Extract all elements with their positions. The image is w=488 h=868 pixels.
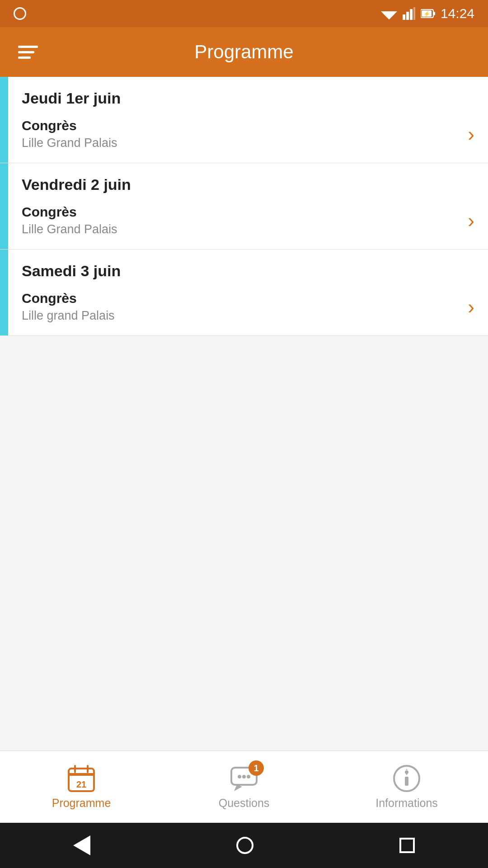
- tab-programme[interactable]: 21 Programme: [0, 764, 163, 810]
- battery-icon: ⚡: [421, 9, 435, 19]
- informations-icon-wrapper: i: [392, 764, 421, 793]
- app-title: Programme: [194, 41, 293, 63]
- empty-content-area: [0, 336, 488, 698]
- day-title-1: Jeudi 1er juin: [22, 90, 474, 107]
- svg-text:21: 21: [76, 779, 86, 789]
- programme-icon-wrapper: 21: [67, 764, 96, 793]
- tab-informations[interactable]: i Informations: [325, 764, 488, 810]
- svg-point-19: [247, 775, 250, 778]
- tab-programme-label: Programme: [52, 797, 111, 810]
- svg-rect-7: [433, 12, 435, 15]
- home-icon: [236, 837, 253, 854]
- day-indicator-2: [0, 163, 8, 249]
- system-nav-bar: [0, 823, 488, 868]
- event-name-2: Congrès: [22, 204, 459, 220]
- day-section-1: Jeudi 1er juin Congrès Lille Grand Palai…: [0, 77, 488, 163]
- svg-marker-1: [384, 14, 394, 19]
- info-icon: i: [392, 764, 421, 793]
- day-section-2: Vendredi 2 juin Congrès Lille Grand Pala…: [0, 163, 488, 250]
- svg-rect-4: [410, 9, 413, 20]
- recents-icon: [399, 838, 415, 853]
- svg-rect-5: [413, 7, 415, 20]
- day-title-2: Vendredi 2 juin: [22, 176, 474, 193]
- day-title-3: Samedi 3 juin: [22, 262, 474, 280]
- home-button[interactable]: [236, 837, 253, 854]
- status-icons: ⚡ 14:24: [381, 6, 474, 21]
- content-area: Jeudi 1er juin Congrès Lille Grand Palai…: [0, 77, 488, 698]
- svg-marker-16: [234, 785, 242, 791]
- app-bar: Programme: [0, 27, 488, 77]
- day-indicator-1: [0, 77, 8, 163]
- tab-questions-label: Questions: [219, 797, 270, 810]
- event-info-3: Congrès Lille grand Palais: [22, 291, 459, 323]
- signal-icon: [403, 7, 415, 20]
- recents-button[interactable]: [399, 838, 415, 853]
- tab-questions[interactable]: 1 Questions: [163, 764, 325, 810]
- svg-rect-11: [69, 773, 94, 776]
- event-info-2: Congrès Lille Grand Palais: [22, 204, 459, 236]
- svg-rect-22: [405, 777, 408, 786]
- wifi-icon: [381, 8, 397, 19]
- event-row-2[interactable]: Congrès Lille Grand Palais ›: [22, 204, 474, 236]
- back-button[interactable]: [73, 835, 90, 855]
- event-location-2: Lille Grand Palais: [22, 222, 459, 236]
- day-indicator-3: [0, 250, 8, 335]
- status-bar: ⚡ 14:24: [0, 0, 488, 27]
- svg-rect-2: [403, 14, 405, 20]
- svg-point-17: [238, 775, 241, 778]
- status-time: 14:24: [441, 6, 474, 21]
- svg-point-23: [405, 770, 408, 774]
- svg-point-18: [242, 775, 246, 778]
- questions-icon-wrapper: 1: [230, 764, 258, 793]
- tab-informations-label: Informations: [375, 797, 438, 810]
- svg-text:⚡: ⚡: [423, 10, 430, 17]
- event-location-1: Lille Grand Palais: [22, 136, 459, 150]
- questions-badge: 1: [249, 760, 264, 776]
- event-location-3: Lille grand Palais: [22, 309, 459, 323]
- event-name-1: Congrès: [22, 118, 459, 133]
- event-name-3: Congrès: [22, 291, 459, 306]
- calendar-icon: 21: [67, 764, 96, 793]
- status-indicator: [14, 7, 26, 20]
- svg-rect-3: [406, 12, 409, 20]
- day-section-3: Samedi 3 juin Congrès Lille grand Palais…: [0, 250, 488, 336]
- event-info-1: Congrès Lille Grand Palais: [22, 118, 459, 150]
- menu-button[interactable]: [18, 46, 38, 59]
- chevron-right-icon-3: ›: [468, 297, 474, 317]
- event-row-3[interactable]: Congrès Lille grand Palais ›: [22, 291, 474, 323]
- chevron-right-icon-1: ›: [468, 124, 474, 144]
- back-icon: [73, 835, 90, 855]
- chevron-right-icon-2: ›: [468, 211, 474, 231]
- event-row-1[interactable]: Congrès Lille Grand Palais ›: [22, 118, 474, 150]
- bottom-navigation: 21 Programme 1 Questions i: [0, 750, 488, 823]
